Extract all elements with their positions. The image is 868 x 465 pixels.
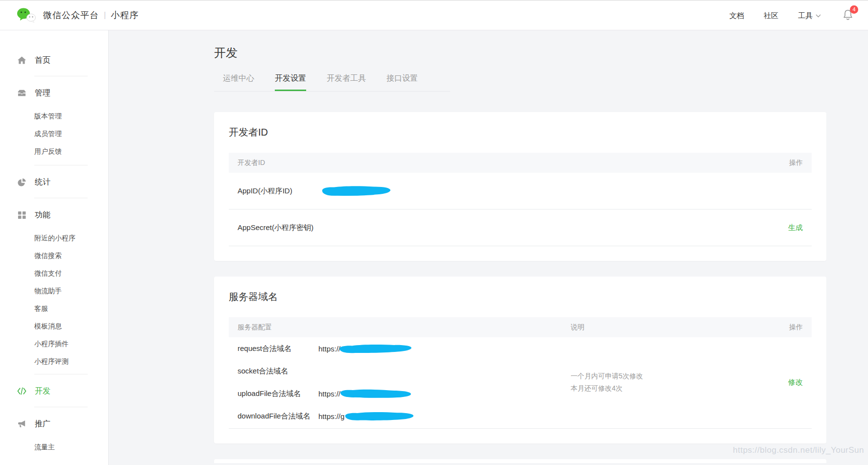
main-content: 开发 运维中心 开发设置 开发者工具 接口设置 开发者ID 开发者ID 操作 A… — [214, 30, 826, 463]
nav-docs-link[interactable]: 文档 — [729, 11, 744, 21]
server-domain-card-title: 服务器域名 — [229, 290, 812, 303]
tab-development-settings[interactable]: 开发设置 — [275, 73, 306, 91]
pie-icon — [17, 178, 26, 186]
sidebar-divider — [34, 76, 88, 76]
brand-product: 小程序 — [111, 9, 139, 21]
server-domain-table-body: request合法域名 https:// socket合法域名 uploadFi… — [229, 337, 812, 429]
column-header-action: 操作 — [753, 159, 812, 167]
appid-label: AppID(小程序ID) — [229, 186, 318, 196]
sidebar-sub-version-manage[interactable]: 版本管理 — [0, 107, 108, 125]
sidebar-item-develop[interactable]: 开发 — [0, 384, 108, 398]
developer-id-table: 开发者ID 操作 AppID(小程序ID) AppSecret(小程序密钥) 生… — [229, 153, 812, 246]
request-domain-label: request合法域名 — [229, 337, 318, 360]
sidebar-sub-miniprogram-evaluation[interactable]: 小程序评测 — [0, 352, 108, 370]
sidebar-sub-user-feedback[interactable]: 用户反馈 — [0, 142, 108, 160]
downloadfile-domain-value: https://g — [318, 405, 571, 427]
notification-bell[interactable]: 4 — [843, 9, 853, 23]
tab-api-settings[interactable]: 接口设置 — [386, 73, 418, 91]
sidebar: 首页 管理 版本管理 成员管理 用户反馈 统计 功能 附近的小程序 微信搜 — [0, 30, 109, 465]
grid-icon — [17, 210, 26, 219]
redacted-downloadfile-domain — [341, 411, 415, 421]
top-nav: 文档 社区 工具 4 — [710, 0, 860, 31]
uploadfile-domain-label: uploadFile合法域名 — [229, 382, 318, 405]
page-title: 开发 — [214, 45, 826, 61]
code-icon — [17, 387, 26, 395]
next-card-stub — [214, 459, 826, 463]
sidebar-sub-wechat-pay[interactable]: 微信支付 — [0, 264, 108, 282]
nav-community-link[interactable]: 社区 — [764, 11, 778, 21]
sidebar-item-manage[interactable]: 管理 — [0, 86, 108, 100]
developer-id-card: 开发者ID 开发者ID 操作 AppID(小程序ID) AppSecret(小程… — [214, 112, 826, 261]
sidebar-sub-nearby-miniprogram[interactable]: 附近的小程序 — [0, 229, 108, 247]
server-domain-table: 服务器配置 说明 操作 request合法域名 https:// socket合… — [229, 317, 812, 429]
notification-badge: 4 — [850, 5, 858, 14]
wechat-logo-icon — [17, 7, 36, 23]
sidebar-divider — [34, 198, 88, 198]
sidebar-sub-wechat-search[interactable]: 微信搜索 — [0, 247, 108, 264]
downloadfile-domain-label: downloadFile合法域名 — [229, 405, 318, 427]
chevron-down-icon — [816, 14, 821, 18]
brand: 微信公众平台 | 小程序 — [17, 7, 139, 23]
tab-developer-tools[interactable]: 开发者工具 — [327, 73, 366, 91]
sidebar-sub-traffic-master[interactable]: 流量主 — [0, 438, 108, 456]
socket-domain-value — [318, 360, 571, 382]
column-header-note: 说明 — [571, 323, 753, 332]
generate-secret-link[interactable]: 生成 — [788, 223, 803, 232]
sidebar-item-promotion[interactable]: 推广 — [0, 417, 108, 431]
sidebar-sub-member-manage[interactable]: 成员管理 — [0, 125, 108, 142]
sidebar-item-statistics[interactable]: 统计 — [0, 175, 108, 189]
sidebar-sub-miniprogram-plugin[interactable]: 小程序插件 — [0, 335, 108, 352]
tab-bar: 运维中心 开发设置 开发者工具 接口设置 — [214, 73, 450, 92]
request-domain-value: https:// — [318, 337, 571, 360]
megaphone-icon — [17, 419, 26, 428]
sidebar-item-features[interactable]: 功能 — [0, 208, 108, 222]
table-row-appsecret: AppSecret(小程序密钥) 生成 — [229, 209, 812, 246]
column-header-name: 开发者ID — [229, 159, 318, 167]
watermark-text: https://blog.csdn.net/lily_YourSun — [733, 445, 864, 455]
modify-domain-link[interactable]: 修改 — [788, 378, 803, 386]
domain-modify-note: 一个月内可申请5次修改 本月还可修改4次 — [571, 370, 753, 395]
brand-separator: | — [104, 11, 106, 20]
sidebar-sub-template-message[interactable]: 模板消息 — [0, 317, 108, 335]
sidebar-divider — [34, 165, 88, 165]
column-header-action: 操作 — [753, 323, 812, 332]
developer-id-card-title: 开发者ID — [229, 126, 812, 139]
brand-title: 微信公众平台 — [43, 9, 99, 21]
redacted-request-domain — [336, 343, 413, 354]
sidebar-divider — [34, 374, 88, 374]
socket-domain-label: socket合法域名 — [229, 360, 318, 382]
server-domain-table-header: 服务器配置 说明 操作 — [229, 317, 812, 337]
column-header-server-config: 服务器配置 — [229, 323, 318, 332]
top-header: 微信公众平台 | 小程序 文档 社区 工具 4 — [0, 0, 868, 30]
tray-icon — [17, 89, 26, 97]
tab-operations-center[interactable]: 运维中心 — [223, 73, 254, 91]
redacted-appid-value — [318, 185, 392, 197]
sidebar-divider — [34, 407, 88, 407]
appsecret-label: AppSecret(小程序密钥) — [229, 223, 318, 232]
redacted-uploadfile-domain — [337, 389, 412, 399]
uploadfile-domain-value: https:// — [318, 382, 571, 405]
sidebar-sub-customer-service[interactable]: 客服 — [0, 300, 108, 317]
sidebar-sub-logistics[interactable]: 物流助手 — [0, 282, 108, 300]
home-icon — [17, 56, 26, 65]
sidebar-item-home[interactable]: 首页 — [0, 53, 108, 68]
table-row-appid: AppID(小程序ID) — [229, 173, 812, 209]
nav-tools-link[interactable]: 工具 — [798, 11, 821, 21]
developer-id-table-header: 开发者ID 操作 — [229, 153, 812, 173]
server-domain-card: 服务器域名 服务器配置 说明 操作 request合法域名 https:// s… — [214, 277, 826, 443]
